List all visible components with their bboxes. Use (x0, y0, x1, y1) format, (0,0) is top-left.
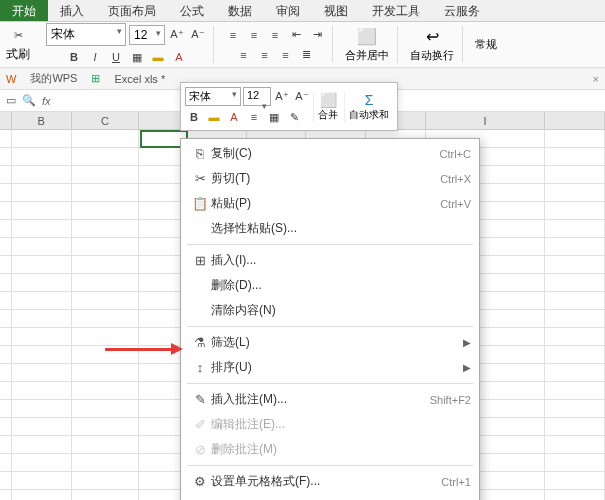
menu-paste[interactable]: 📋粘贴(P)Ctrl+V (181, 191, 479, 216)
cell[interactable] (72, 184, 140, 201)
cell[interactable] (72, 256, 140, 273)
file-tab[interactable]: Excel xls * (108, 71, 171, 87)
cell[interactable] (545, 328, 605, 345)
cell[interactable] (12, 436, 72, 453)
cell[interactable] (12, 328, 72, 345)
cell[interactable] (12, 256, 72, 273)
cell[interactable] (72, 328, 140, 345)
align-bottom-icon[interactable]: ≡ (266, 26, 284, 44)
cell[interactable] (0, 328, 12, 345)
cell[interactable] (545, 310, 605, 327)
cell[interactable] (72, 454, 140, 471)
font-color-icon[interactable]: A (170, 48, 188, 66)
menu-copy[interactable]: ⎘复制(C)Ctrl+C (181, 141, 479, 166)
cell[interactable] (545, 238, 605, 255)
cell[interactable] (12, 346, 72, 363)
cell[interactable] (12, 418, 72, 435)
mini-border-icon[interactable]: ▦ (265, 108, 283, 126)
menu-sort[interactable]: ↕排序(U)▶ (181, 355, 479, 380)
justify-icon[interactable]: ≣ (298, 46, 316, 64)
menu-insert-comment[interactable]: ✎插入批注(M)...Shift+F2 (181, 387, 479, 412)
indent-right-icon[interactable]: ⇥ (308, 26, 326, 44)
cell[interactable] (545, 490, 605, 500)
cell[interactable] (0, 490, 12, 500)
format-painter-icon[interactable]: ✂ (9, 26, 27, 44)
cell[interactable] (12, 220, 72, 237)
cell[interactable] (72, 436, 140, 453)
cell[interactable] (0, 238, 12, 255)
underline-button[interactable]: U (107, 48, 125, 66)
wps-tab[interactable]: 我的WPS (24, 69, 83, 88)
namebox-icon[interactable]: ▭ (6, 94, 16, 107)
tab-开发工具[interactable]: 开发工具 (360, 0, 432, 21)
cell[interactable] (0, 130, 12, 147)
cell[interactable] (72, 400, 140, 417)
cell[interactable] (0, 148, 12, 165)
cell[interactable] (0, 202, 12, 219)
cell[interactable] (72, 472, 140, 489)
fontsize-select[interactable]: 12 (129, 25, 165, 45)
menu-format-cells[interactable]: ⚙设置单元格格式(F)...Ctrl+1 (181, 469, 479, 494)
cell[interactable] (0, 454, 12, 471)
tab-视图[interactable]: 视图 (312, 0, 360, 21)
cell[interactable] (545, 130, 605, 147)
col-header[interactable]: I (426, 112, 545, 129)
cell[interactable] (12, 490, 72, 500)
cell[interactable] (72, 292, 140, 309)
cell[interactable] (12, 184, 72, 201)
cell[interactable] (72, 166, 140, 183)
mini-painter-icon[interactable]: ✎ (285, 108, 303, 126)
cell[interactable] (0, 382, 12, 399)
cell[interactable] (72, 148, 140, 165)
bold-button[interactable]: B (65, 48, 83, 66)
align-center-icon[interactable]: ≡ (256, 46, 274, 64)
cell[interactable] (545, 202, 605, 219)
font-select[interactable]: 宋体 (46, 23, 126, 46)
cell[interactable] (0, 364, 12, 381)
search-icon[interactable]: 🔍 (22, 94, 36, 107)
align-middle-icon[interactable]: ≡ (245, 26, 263, 44)
cell[interactable] (545, 454, 605, 471)
cell[interactable] (0, 346, 12, 363)
mini-autosum-button[interactable]: Σ 自动求和 (344, 92, 393, 122)
mini-font-select[interactable]: 宋体 (185, 87, 241, 106)
col-header[interactable]: C (72, 112, 140, 129)
mini-fontcolor-icon[interactable]: A (225, 108, 243, 126)
menu-pick-list[interactable]: 从下拉列表中选择(K)... (181, 494, 479, 500)
cell[interactable] (12, 148, 72, 165)
align-left-icon[interactable]: ≡ (235, 46, 253, 64)
cell[interactable] (545, 436, 605, 453)
cell[interactable] (0, 310, 12, 327)
number-format[interactable]: 常规 (467, 26, 505, 63)
cell[interactable] (0, 166, 12, 183)
cell[interactable] (545, 364, 605, 381)
cell[interactable] (72, 490, 140, 500)
fx-label[interactable]: fx (42, 95, 51, 107)
cell[interactable] (0, 274, 12, 291)
mini-increase-font-icon[interactable]: A⁺ (273, 87, 291, 105)
mini-decrease-font-icon[interactable]: A⁻ (293, 87, 311, 105)
cell[interactable] (545, 472, 605, 489)
cell[interactable] (545, 382, 605, 399)
cell[interactable] (545, 148, 605, 165)
decrease-font-icon[interactable]: A⁻ (189, 26, 207, 44)
cell[interactable] (545, 256, 605, 273)
cell[interactable] (12, 400, 72, 417)
cell[interactable] (72, 238, 140, 255)
menu-paste-special[interactable]: 选择性粘贴(S)... (181, 216, 479, 241)
mini-align-icon[interactable]: ≡ (245, 108, 263, 126)
cell[interactable] (12, 364, 72, 381)
cell[interactable] (72, 364, 140, 381)
tab-页面布局[interactable]: 页面布局 (96, 0, 168, 21)
cell[interactable] (0, 472, 12, 489)
cell[interactable] (12, 166, 72, 183)
cell[interactable] (12, 292, 72, 309)
mini-bold-button[interactable]: B (185, 108, 203, 126)
cell[interactable] (12, 382, 72, 399)
tab-公式[interactable]: 公式 (168, 0, 216, 21)
wrap-text-button[interactable]: ↩ 自动换行 (402, 26, 463, 63)
cell[interactable] (12, 310, 72, 327)
menu-delete[interactable]: 删除(D)... (181, 273, 479, 298)
cell[interactable] (0, 292, 12, 309)
mini-fill-icon[interactable]: ▬ (205, 108, 223, 126)
